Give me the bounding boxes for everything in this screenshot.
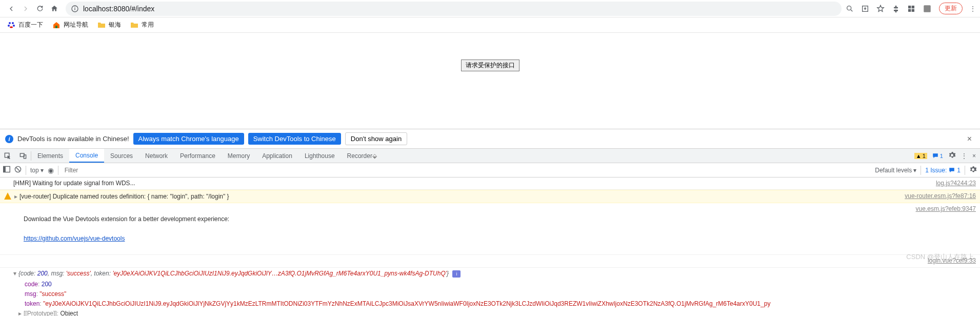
console-settings-icon[interactable] (969, 166, 977, 175)
svg-rect-14 (55, 26, 57, 28)
switch-to-chinese-button[interactable]: Switch DevTools to Chinese (248, 133, 341, 145)
menu-icon[interactable]: ⋮ (970, 5, 976, 12)
log-entry: Download the Vue Devtools extension for … (0, 203, 980, 255)
tab-elements[interactable]: Elements (31, 149, 69, 163)
svg-rect-6 (912, 6, 914, 8)
close-icon[interactable]: × (964, 134, 975, 144)
inspect-icon[interactable] (0, 152, 15, 160)
bookmark-nav[interactable]: 网址导航 (52, 21, 88, 29)
levels-selector[interactable]: Default levels ▾ (875, 167, 916, 174)
bookmark-label: 银海 (109, 21, 121, 29)
devtools-close-icon[interactable]: × (972, 152, 976, 160)
tab-lighthouse[interactable]: Lighthouse (298, 149, 341, 163)
nav2345-icon (52, 21, 61, 29)
bookmark-yinhai[interactable]: 银海 (97, 21, 121, 29)
back-button[interactable] (4, 2, 18, 16)
tab-network[interactable]: Network (139, 149, 174, 163)
svg-rect-2 (74, 7, 75, 7)
log-object-summary: ▾{code: 200, msg: 'success', token: 'eyJ… (0, 268, 980, 280)
log-text: Download the Vue Devtools extension for … (4, 204, 906, 253)
source-link[interactable]: log.js?4244:23 (926, 179, 976, 188)
expand-icon[interactable]: ▸ (18, 310, 22, 316)
dont-show-again-button[interactable]: Don't show again (345, 132, 407, 145)
tab-memory[interactable]: Memory (222, 149, 256, 163)
svg-point-11 (12, 22, 14, 24)
devtools-tabs: Elements Console Sources Network Perform… (0, 149, 980, 163)
warning-badge[interactable]: ▲1 (914, 153, 927, 159)
warning-icon (4, 192, 11, 200)
eye-icon[interactable]: ◉ (48, 166, 54, 174)
svg-rect-1 (74, 8, 75, 10)
svg-point-3 (847, 6, 851, 10)
object-prop: msg: "success" (0, 289, 980, 299)
bookmark-label: 网址导航 (64, 21, 88, 29)
console-toolbar: top ▾ ◉ Default levels ▾ 1 Issue: 1 (0, 163, 980, 177)
log-text: ▸[vue-router] Duplicate named routes def… (4, 191, 894, 202)
bookmarks-bar: 百度一下 网址导航 银海 常用 (0, 17, 980, 33)
svg-rect-7 (908, 9, 911, 11)
folder-icon (130, 21, 138, 29)
home-button[interactable] (47, 2, 62, 16)
svg-rect-19 (4, 166, 6, 172)
copy-badge-icon[interactable]: i (452, 270, 461, 278)
tab-recorder[interactable]: Recorder ⬙ (341, 149, 383, 163)
svg-rect-17 (24, 154, 26, 158)
devtools-link[interactable]: https://github.com/vuejs/vue-devtools (24, 235, 125, 242)
object-proto: ▸[[Prototype]]: Object (0, 309, 980, 316)
address-bar[interactable]: localhost:8080/#/index (66, 2, 842, 16)
device-toggle-icon[interactable] (15, 152, 31, 160)
bookmark-baidu[interactable]: 百度一下 (7, 21, 43, 29)
object-prop: code: 200 (0, 280, 980, 289)
svg-point-13 (13, 25, 15, 27)
svg-rect-9 (924, 5, 931, 12)
source-link[interactable]: login.vue?cef9:33 (917, 256, 976, 266)
settings-icon[interactable] (948, 151, 956, 161)
zoom-icon[interactable] (846, 5, 854, 13)
reload-button[interactable] (33, 2, 47, 16)
collapse-icon[interactable]: ▾ (13, 270, 16, 277)
browser-toolbar: localhost:8080/#/index 更新 ⋮ (0, 0, 980, 17)
forward-button[interactable] (18, 2, 33, 16)
log-entry: [HMR] Waiting for update signal from WDS… (0, 177, 980, 190)
devtools-language-infobar: i DevTools is now available in Chinese! … (0, 129, 980, 149)
filter-input[interactable] (63, 165, 871, 176)
url-text: localhost:8080/#/index (83, 5, 154, 13)
context-selector[interactable]: top ▾ (30, 167, 44, 174)
bookmark-common[interactable]: 常用 (130, 21, 154, 29)
info-icon: i (5, 135, 13, 143)
baidu-icon (7, 21, 15, 29)
tab-sources[interactable]: Sources (104, 149, 139, 163)
console-messages: [HMR] Waiting for update signal from WDS… (0, 177, 980, 316)
tab-application[interactable]: Application (256, 149, 298, 163)
console-sidebar-toggle-icon[interactable] (3, 166, 10, 174)
svg-rect-5 (908, 6, 911, 8)
clear-console-icon[interactable] (14, 166, 22, 174)
more-icon[interactable]: ⋮ (961, 152, 967, 160)
install-icon[interactable] (861, 5, 869, 13)
svg-rect-8 (912, 9, 914, 11)
log-entry-warning: ▸[vue-router] Duplicate named routes def… (0, 190, 980, 203)
chat-badge[interactable]: 1 (932, 153, 943, 159)
page-viewport: 请求受保护的接口 (0, 33, 980, 129)
tab-performance[interactable]: Performance (174, 149, 222, 163)
log-entry: login.vue?cef9:33 (0, 255, 980, 267)
tab-console[interactable]: Console (69, 149, 104, 163)
profile-icon[interactable] (923, 4, 932, 13)
svg-point-12 (8, 25, 10, 27)
bookmark-label: 常用 (142, 21, 154, 29)
request-protected-button[interactable]: 请求受保护的接口 (461, 60, 519, 71)
collection-icon[interactable] (907, 5, 915, 13)
extension-icon[interactable] (892, 5, 900, 13)
folder-icon (97, 21, 106, 29)
issues-link[interactable]: 1 Issue: 1 (925, 167, 961, 174)
source-link[interactable]: vue-router.esm.js?fe87:16 (894, 191, 976, 202)
object-prop: token: "eyJ0eXAiOiJKV1QiLCJhbGciOiJIUzI1… (0, 299, 980, 309)
bookmark-label: 百度一下 (18, 21, 43, 29)
always-match-button[interactable]: Always match Chrome's language (133, 133, 244, 145)
star-icon[interactable] (876, 5, 885, 13)
expand-icon[interactable]: ▸ (14, 193, 17, 200)
source-link[interactable]: vue.esm.js?efeb:9347 (906, 204, 976, 253)
toolbar-right: 更新 ⋮ (846, 3, 976, 14)
update-button[interactable]: 更新 (939, 3, 963, 14)
site-info-icon[interactable] (71, 5, 79, 13)
